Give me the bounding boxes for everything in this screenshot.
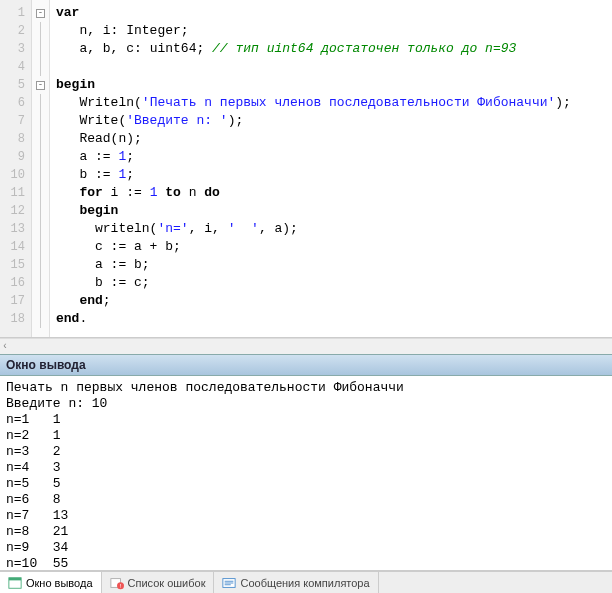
line-number: 10 xyxy=(0,166,31,184)
code-line: a := b; xyxy=(56,256,612,274)
horizontal-scrollbar[interactable]: ‹ xyxy=(0,338,612,354)
fold-guide xyxy=(40,310,41,328)
fold-guide xyxy=(40,130,41,148)
tab-errors[interactable]: ! Список ошибок xyxy=(102,572,215,593)
svg-rect-1 xyxy=(9,577,21,580)
fold-guide xyxy=(40,238,41,256)
code-line: a := 1; xyxy=(56,148,612,166)
fold-guide xyxy=(40,40,41,58)
fold-guide xyxy=(40,274,41,292)
scroll-left-icon: ‹ xyxy=(2,341,8,352)
code-line: Read(n); xyxy=(56,130,612,148)
code-line: writeln('n=', i, ' ', a); xyxy=(56,220,612,238)
output-panel-title: Окно вывода xyxy=(0,354,612,376)
fold-guide xyxy=(40,292,41,310)
fold-guide xyxy=(40,256,41,274)
tab-output-label: Окно вывода xyxy=(26,577,93,589)
line-number: 8 xyxy=(0,130,31,148)
line-number: 9 xyxy=(0,148,31,166)
code-line: var xyxy=(56,4,612,22)
code-line: for i := 1 to n do xyxy=(56,184,612,202)
line-number: 15 xyxy=(0,256,31,274)
fold-guide xyxy=(40,202,41,220)
code-line: c := a + b; xyxy=(56,238,612,256)
fold-toggle[interactable]: - xyxy=(36,9,45,18)
error-list-icon: ! xyxy=(110,576,124,590)
compiler-messages-icon xyxy=(222,576,236,590)
tab-compiler-label: Сообщения компилятора xyxy=(240,577,369,589)
bottom-tabs: Окно вывода ! Список ошибок Сообщения ко… xyxy=(0,571,612,593)
line-number: 14 xyxy=(0,238,31,256)
code-line: b := 1; xyxy=(56,166,612,184)
code-line: end. xyxy=(56,310,612,328)
output-panel[interactable]: Печать n первых членов последовательност… xyxy=(0,376,612,571)
code-line: b := c; xyxy=(56,274,612,292)
fold-guide xyxy=(40,148,41,166)
code-line: Write('Введите n: '); xyxy=(56,112,612,130)
tab-errors-label: Список ошибок xyxy=(128,577,206,589)
code-content[interactable]: var n, i: Integer; a, b, c: uint64; // т… xyxy=(50,0,612,337)
line-number: 6 xyxy=(0,94,31,112)
line-number: 4 xyxy=(0,58,31,76)
code-line: begin xyxy=(56,202,612,220)
line-number: 1 xyxy=(0,4,31,22)
fold-guide xyxy=(40,58,41,76)
code-line: end; xyxy=(56,292,612,310)
tab-output[interactable]: Окно вывода xyxy=(0,571,102,593)
code-line: begin xyxy=(56,76,612,94)
line-number: 11 xyxy=(0,184,31,202)
line-number: 5 xyxy=(0,76,31,94)
code-editor: 123456789101112131415161718 -- var n, i:… xyxy=(0,0,612,338)
line-number: 17 xyxy=(0,292,31,310)
line-number: 16 xyxy=(0,274,31,292)
fold-guide xyxy=(40,184,41,202)
line-number: 13 xyxy=(0,220,31,238)
svg-text:!: ! xyxy=(119,582,121,589)
code-line: a, b, c: uint64; // тип uint64 достаточе… xyxy=(56,40,612,58)
fold-guide xyxy=(40,22,41,40)
line-number: 2 xyxy=(0,22,31,40)
line-number: 12 xyxy=(0,202,31,220)
line-number: 3 xyxy=(0,40,31,58)
line-number: 18 xyxy=(0,310,31,328)
fold-guide xyxy=(40,94,41,112)
code-line: Writeln('Печать n первых членов последов… xyxy=(56,94,612,112)
fold-gutter: -- xyxy=(32,0,50,337)
fold-guide xyxy=(40,166,41,184)
code-line xyxy=(56,58,612,76)
fold-toggle[interactable]: - xyxy=(36,81,45,90)
code-line: n, i: Integer; xyxy=(56,22,612,40)
line-number: 7 xyxy=(0,112,31,130)
fold-guide xyxy=(40,220,41,238)
tab-compiler[interactable]: Сообщения компилятора xyxy=(214,572,378,593)
line-number-gutter: 123456789101112131415161718 xyxy=(0,0,32,337)
fold-guide xyxy=(40,112,41,130)
output-icon xyxy=(8,576,22,590)
